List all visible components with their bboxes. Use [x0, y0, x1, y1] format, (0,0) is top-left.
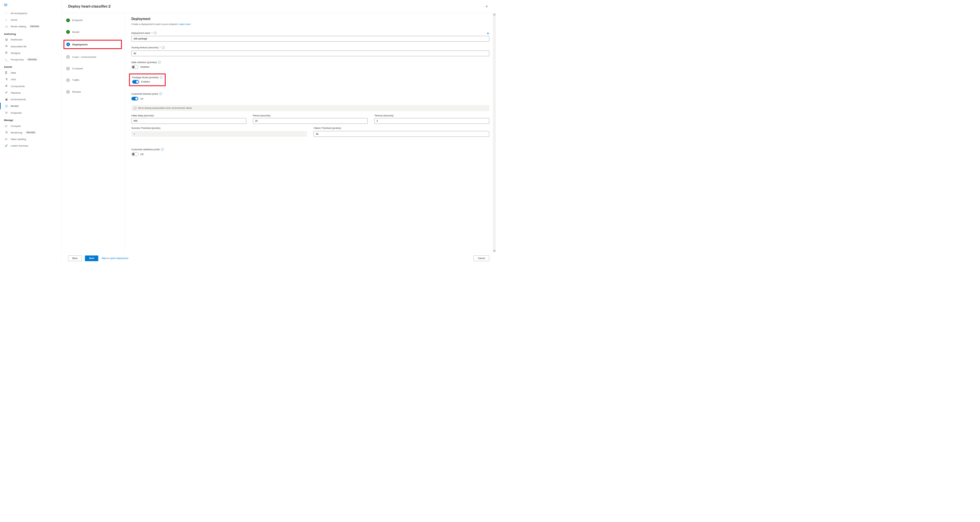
sidebar-label: Automated ML [11, 45, 27, 48]
sidebar-designer[interactable]: ⊞ Designer [0, 49, 62, 56]
sidebar-label: Designer [11, 52, 21, 54]
readiness-toggle[interactable] [132, 152, 138, 156]
liveness-toggle[interactable] [132, 97, 138, 100]
wizard-stepper: ✓ Endpoint ✓ Model 3 Deployment [62, 13, 124, 253]
pipelines-icon: ☍ [5, 91, 8, 94]
sidebar-compute[interactable]: 🖵 Compute [0, 122, 62, 129]
preview-badge: PREVIEW [30, 25, 40, 28]
notice-text: We've already prepopulated some recommen… [138, 107, 192, 110]
sidebar-label: Linked Services [11, 144, 28, 147]
back-to-quick-link[interactable]: Back to quick deployment [102, 257, 128, 260]
sidebar-label: Monitoring [11, 131, 22, 134]
highlighted-step-box: 3 Deployment [64, 40, 122, 49]
step-label: Deployment [72, 43, 88, 46]
initial-delay-input[interactable] [132, 118, 246, 124]
sidebar-label: Data Labeling [11, 138, 26, 141]
sidebar-label: Model catalog [11, 25, 26, 28]
sidebar-label: All workspaces [11, 12, 27, 15]
sidebar-models[interactable]: ◫ Models [0, 103, 62, 109]
form-title: Deployment [132, 17, 489, 21]
info-icon[interactable]: i [162, 46, 165, 49]
period-label: Period (seconds) [253, 114, 368, 117]
sidebar-section-assets: Assets [0, 63, 62, 69]
sidebar-home[interactable]: ⌂ Home [0, 16, 62, 23]
wizard-footer: Back Next Back to quick deployment Cance… [62, 253, 496, 264]
environments-icon: ▣ [5, 98, 8, 101]
scrollbar[interactable] [493, 13, 496, 253]
sidebar-data-labeling[interactable]: 🏷 Data Labeling [0, 136, 62, 142]
period-input[interactable] [253, 118, 368, 124]
step-review[interactable]: 7 Review [64, 89, 122, 95]
left-sidebar: ← All workspaces ⌂ Home ▭ Model catalog … [0, 0, 62, 264]
step-traffic[interactable]: 6 Traffic [64, 77, 122, 83]
failure-threshold-input[interactable] [313, 131, 489, 137]
sidebar-label: Jobs [11, 78, 16, 81]
form-area: Deployment Create a deployment to add to… [125, 13, 496, 253]
step-number-icon: 7 [66, 90, 70, 94]
step-model[interactable]: ✓ Model [64, 29, 122, 35]
data-collection-toggle[interactable] [132, 65, 138, 69]
sidebar-jobs[interactable]: ⚗ Jobs [0, 76, 62, 83]
automl-icon: ⚙ [5, 45, 8, 48]
sidebar-model-catalog[interactable]: ▭ Model catalog PREVIEW [0, 23, 62, 30]
step-compute[interactable]: 5 Compute [64, 65, 122, 72]
learn-more-link[interactable]: Learn more [179, 23, 191, 25]
back-arrow-icon: ← [5, 11, 8, 15]
home-icon: ⌂ [5, 18, 8, 21]
cancel-button[interactable]: Cancel [474, 255, 489, 261]
hamburger-menu-button[interactable] [0, 2, 62, 10]
deployment-name-input[interactable] [132, 36, 489, 41]
notebook-icon: ▤ [5, 38, 8, 41]
info-icon[interactable]: i [161, 148, 164, 151]
package-model-label: Package Model (preview) i [132, 76, 162, 78]
jobs-icon: ⚗ [5, 78, 8, 81]
toggle-state-label: Enabled [141, 81, 150, 83]
step-number-icon: 6 [66, 78, 70, 82]
sidebar-label: Compute [11, 124, 21, 127]
info-icon[interactable]: i [159, 92, 162, 95]
visibility-toggle-icon[interactable]: 👁 [487, 32, 489, 35]
close-button[interactable]: ✕ [484, 3, 489, 10]
sidebar-label: Pipelines [11, 91, 21, 94]
sidebar-environments[interactable]: ▣ Environments [0, 96, 62, 103]
step-label: Traffic [72, 78, 80, 81]
form-description: Create a deployment to add to your endpo… [132, 23, 489, 25]
info-icon[interactable]: i [158, 61, 161, 64]
sidebar-components[interactable]: ⊞ Components [0, 83, 62, 89]
sidebar-automated-ml[interactable]: ⚙ Automated ML [0, 43, 62, 49]
timeout-input[interactable] [374, 118, 489, 124]
sidebar-endpoints[interactable]: ◎ Endpoints [0, 109, 62, 116]
catalog-icon: ▭ [5, 25, 8, 28]
step-label: Review [72, 91, 81, 93]
hamburger-icon [4, 3, 7, 6]
dialog-header: Deploy heart-classifier:2 ✕ [62, 0, 496, 13]
data-icon: 🗄 [5, 71, 8, 74]
step-deployment[interactable]: 3 Deployment [64, 41, 121, 47]
toggle-state-label: Off [140, 153, 143, 156]
sidebar-notebooks[interactable]: ▤ Notebooks [0, 36, 62, 43]
preview-badge: PREVIEW [25, 131, 36, 134]
step-number-icon: 5 [66, 67, 70, 70]
step-endpoint[interactable]: ✓ Endpoint [64, 17, 122, 23]
sidebar-section-authoring: Authoring [0, 30, 62, 37]
step-code-environment[interactable]: 4 Code + environment [64, 54, 122, 60]
sidebar-data[interactable]: 🗄 Data [0, 69, 62, 76]
scoring-timeout-label: Scoring timeout (seconds)* i [132, 46, 489, 49]
info-icon[interactable]: i [154, 32, 156, 34]
sidebar-all-workspaces[interactable]: ← All workspaces [0, 10, 62, 16]
linked-icon: 🔗 [5, 144, 8, 147]
initial-delay-label: Initial delay (seconds) [132, 114, 246, 117]
check-icon: ✓ [66, 18, 70, 22]
scoring-timeout-input[interactable] [132, 51, 489, 56]
back-button[interactable]: Back [68, 255, 81, 261]
timeout-label: Timeout (seconds) [374, 114, 489, 117]
package-model-toggle[interactable] [132, 80, 139, 83]
info-icon[interactable]: i [160, 76, 162, 78]
sidebar-label: Prompt flow [11, 58, 24, 61]
sidebar-linked-services[interactable]: 🔗 Linked Services [0, 142, 62, 149]
next-button[interactable]: Next [85, 255, 99, 261]
sidebar-prompt-flow[interactable]: >_ Prompt flow PREVIEW [0, 56, 62, 63]
sidebar-pipelines[interactable]: ☍ Pipelines [0, 89, 62, 96]
toggle-state-label: On [140, 97, 143, 100]
sidebar-monitoring[interactable]: ◔ Monitoring PREVIEW [0, 129, 62, 136]
